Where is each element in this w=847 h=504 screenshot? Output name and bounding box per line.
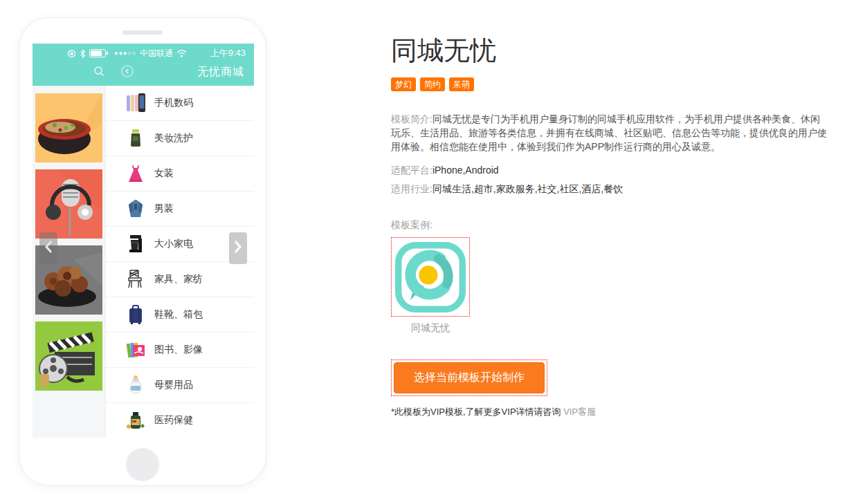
- category-label: 图书、影像: [154, 344, 203, 356]
- coffee-maker-icon: [124, 232, 147, 256]
- case-caption: 同城无忧: [391, 322, 470, 335]
- select-template-button[interactable]: 选择当前模板开始制作: [394, 362, 545, 393]
- category-label: 大小家电: [154, 238, 193, 250]
- carousel-prev-button[interactable]: [39, 232, 57, 264]
- category-row-baby[interactable]: 母婴用品: [106, 368, 254, 403]
- carousel-next-button[interactable]: [229, 232, 247, 264]
- home-button[interactable]: [126, 448, 159, 481]
- vip-note-text: *此模板为VIP模板,了解更多VIP详情请咨询: [391, 407, 561, 417]
- intro-label: 模板简介:: [391, 113, 432, 124]
- app-title: 无忧商城: [197, 65, 244, 80]
- intro-text: 同城无忧是专门为手机用户量身订制的同城手机应用软件，为手机用户提供各种美食、休闲…: [391, 113, 827, 152]
- books-icon: [124, 338, 147, 362]
- status-time: 上午9:43: [210, 47, 246, 59]
- platform-row: 适配平台:iPhone,Android: [391, 165, 837, 177]
- category-label: 男装: [154, 203, 174, 215]
- vip-support-link[interactable]: VIP客服: [563, 407, 596, 417]
- tag-badge: 梦幻: [391, 77, 416, 91]
- orientation-lock-icon: [67, 49, 76, 58]
- industry-row: 适用行业:同城生活,超市,家政服务,社交,社区,酒店,餐饮: [391, 183, 837, 196]
- tag-badge: 呆萌: [449, 77, 474, 91]
- phones-icon: [124, 91, 147, 115]
- platform-label: 适配平台:: [391, 165, 432, 176]
- category-row-womens[interactable]: 女装: [106, 156, 254, 192]
- food-noodle-bowl-image[interactable]: [35, 93, 102, 162]
- phone-speaker: [122, 30, 163, 35]
- category-label: 美妆洗护: [154, 132, 193, 144]
- category-row-phones[interactable]: 手机数码: [106, 86, 254, 121]
- category-label: 医药保健: [154, 414, 193, 427]
- category-label: 女装: [154, 167, 174, 180]
- template-intro: 模板简介:同城无忧是专门为手机用户量身订制的同城手机应用软件，为手机用户提供各种…: [391, 112, 827, 153]
- baby-bottle-icon: [124, 373, 147, 397]
- page-title: 同城无忧: [391, 35, 837, 66]
- phone-mockup: ●●●○○ 中国联通 上午9:43 无忧商城: [19, 17, 266, 486]
- wifi-icon: [176, 50, 187, 57]
- industry-value: 同城生活,超市,家政服务,社交,社区,酒店,餐饮: [432, 183, 623, 194]
- signal-dots: ●●●○○: [114, 50, 136, 57]
- cta-highlight-box: 选择当前模板开始制作: [391, 360, 547, 396]
- chevron-left-icon: [44, 240, 53, 256]
- dress-icon: [124, 162, 147, 185]
- nav-bar: 无忧商城: [33, 63, 254, 86]
- battery-icon: [89, 49, 108, 57]
- tag-list: 梦幻 简约 呆萌: [391, 77, 837, 91]
- app-header: ●●●○○ 中国联通 上午9:43 无忧商城: [33, 44, 254, 86]
- cosmetics-icon: [124, 127, 147, 150]
- category-row-health[interactable]: 医药保健: [106, 403, 254, 438]
- bluetooth-icon: [80, 49, 86, 58]
- platform-value: iPhone,Android: [432, 165, 499, 176]
- phone-screen: ●●●○○ 中国联通 上午9:43 无忧商城: [33, 44, 254, 438]
- category-row-furniture[interactable]: 家具、家纺: [106, 262, 254, 297]
- movie-clapperboard-image[interactable]: [35, 321, 102, 391]
- category-label: 鞋靴、箱包: [154, 308, 203, 321]
- microphone-headphones-image[interactable]: [35, 169, 102, 239]
- category-row-cosmetics[interactable]: 美妆洗护: [106, 121, 254, 156]
- status-bar: ●●●○○ 中国联通 上午9:43: [33, 44, 254, 63]
- medicine-icon: [124, 409, 147, 432]
- category-row-books[interactable]: 图书、影像: [106, 333, 254, 368]
- vip-note: *此模板为VIP模板,了解更多VIP详情请咨询 VIP客服: [391, 406, 837, 418]
- jacket-icon: [124, 197, 147, 221]
- category-row-mens[interactable]: 男装: [106, 192, 254, 227]
- industry-label: 适用行业:: [391, 183, 432, 194]
- category-label: 手机数码: [154, 97, 193, 109]
- category-label: 家具、家纺: [154, 273, 203, 286]
- app-logo-icon: [394, 241, 466, 313]
- chair-icon: [124, 268, 147, 291]
- tag-badge: 简约: [420, 77, 445, 91]
- template-details: 同城无忧 梦幻 简约 呆萌 模板简介:同城无忧是专门为手机用户量身订制的同城手机…: [391, 35, 837, 418]
- page: ●●●○○ 中国联通 上午9:43 无忧商城: [0, 0, 847, 504]
- chevron-right-icon: [234, 240, 242, 256]
- case-label: 模板案例:: [391, 219, 837, 232]
- category-label: 母婴用品: [154, 379, 193, 391]
- template-case-thumbnail[interactable]: [391, 237, 470, 317]
- screen-content: 手机数码 美妆洗护 女装: [33, 86, 254, 438]
- search-icon[interactable]: [93, 66, 104, 80]
- suitcase-icon: [124, 303, 147, 326]
- category-row-luggage[interactable]: 鞋靴、箱包: [106, 297, 254, 333]
- carrier-label: 中国联通: [140, 48, 173, 59]
- back-icon[interactable]: [121, 65, 134, 80]
